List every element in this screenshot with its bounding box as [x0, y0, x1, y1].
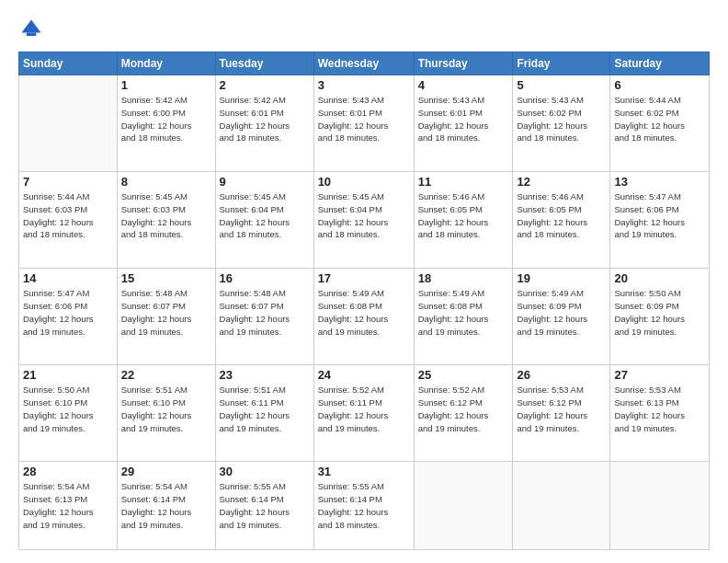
day-number: 27 [614, 368, 705, 382]
calendar-cell: 19Sunrise: 5:49 AM Sunset: 6:09 PM Dayli… [513, 269, 610, 365]
day-info: Sunrise: 5:49 AM Sunset: 6:09 PM Dayligh… [517, 287, 606, 338]
day-number: 17 [318, 271, 410, 285]
calendar-cell: 28Sunrise: 5:54 AM Sunset: 6:13 PM Dayli… [19, 462, 118, 550]
day-info: Sunrise: 5:55 AM Sunset: 6:14 PM Dayligh… [318, 480, 410, 531]
calendar-cell: 15Sunrise: 5:48 AM Sunset: 6:07 PM Dayli… [117, 269, 215, 365]
day-info: Sunrise: 5:47 AM Sunset: 6:06 PM Dayligh… [23, 287, 113, 338]
day-info: Sunrise: 5:55 AM Sunset: 6:14 PM Dayligh… [220, 480, 310, 531]
day-number: 7 [23, 175, 113, 189]
day-info: Sunrise: 5:43 AM Sunset: 6:01 PM Dayligh… [418, 94, 509, 144]
day-info: Sunrise: 5:54 AM Sunset: 6:13 PM Dayligh… [23, 480, 113, 531]
page: Sunday Monday Tuesday Wednesday Thursday… [0, 0, 728, 563]
day-number: 19 [517, 271, 606, 285]
day-number: 3 [318, 78, 410, 92]
logo-icon [18, 17, 44, 42]
day-number: 8 [121, 175, 211, 189]
calendar-cell: 27Sunrise: 5:53 AM Sunset: 6:13 PM Dayli… [610, 365, 710, 462]
calendar-week-4: 21Sunrise: 5:50 AM Sunset: 6:10 PM Dayli… [19, 365, 710, 462]
day-info: Sunrise: 5:51 AM Sunset: 6:11 PM Dayligh… [220, 384, 310, 434]
day-info: Sunrise: 5:49 AM Sunset: 6:08 PM Dayligh… [418, 287, 509, 338]
day-number: 16 [220, 271, 310, 285]
calendar-cell: 23Sunrise: 5:51 AM Sunset: 6:11 PM Dayli… [215, 365, 313, 462]
day-info: Sunrise: 5:53 AM Sunset: 6:12 PM Dayligh… [517, 384, 606, 434]
calendar-cell: 20Sunrise: 5:50 AM Sunset: 6:09 PM Dayli… [610, 269, 710, 365]
calendar-cell: 13Sunrise: 5:47 AM Sunset: 6:06 PM Dayli… [610, 172, 710, 269]
calendar-header-row: Sunday Monday Tuesday Wednesday Thursday… [19, 52, 710, 75]
day-number: 1 [121, 78, 211, 92]
day-info: Sunrise: 5:48 AM Sunset: 6:07 PM Dayligh… [220, 287, 310, 338]
calendar-cell: 25Sunrise: 5:52 AM Sunset: 6:12 PM Dayli… [414, 365, 513, 462]
day-info: Sunrise: 5:46 AM Sunset: 6:05 PM Dayligh… [517, 190, 606, 241]
calendar-cell: 24Sunrise: 5:52 AM Sunset: 6:11 PM Dayli… [313, 365, 414, 462]
day-info: Sunrise: 5:51 AM Sunset: 6:10 PM Dayligh… [121, 384, 211, 434]
calendar-cell: 22Sunrise: 5:51 AM Sunset: 6:10 PM Dayli… [117, 365, 215, 462]
day-number: 23 [220, 368, 310, 382]
calendar-cell: 18Sunrise: 5:49 AM Sunset: 6:08 PM Dayli… [414, 269, 513, 365]
calendar-cell: 11Sunrise: 5:46 AM Sunset: 6:05 PM Dayli… [414, 172, 513, 269]
day-info: Sunrise: 5:52 AM Sunset: 6:11 PM Dayligh… [318, 384, 410, 434]
day-number: 6 [614, 78, 705, 92]
day-number: 29 [121, 465, 211, 478]
calendar-week-2: 7Sunrise: 5:44 AM Sunset: 6:03 PM Daylig… [19, 172, 710, 269]
calendar-cell: 2Sunrise: 5:42 AM Sunset: 6:01 PM Daylig… [215, 75, 313, 172]
calendar-cell [414, 462, 513, 550]
calendar-cell: 14Sunrise: 5:47 AM Sunset: 6:06 PM Dayli… [19, 269, 118, 365]
day-info: Sunrise: 5:53 AM Sunset: 6:13 PM Dayligh… [614, 384, 705, 434]
day-number: 18 [418, 271, 509, 285]
day-info: Sunrise: 5:45 AM Sunset: 6:04 PM Dayligh… [318, 190, 410, 241]
day-info: Sunrise: 5:50 AM Sunset: 6:10 PM Dayligh… [23, 384, 113, 434]
day-info: Sunrise: 5:50 AM Sunset: 6:09 PM Dayligh… [614, 287, 705, 338]
calendar-cell: 21Sunrise: 5:50 AM Sunset: 6:10 PM Dayli… [19, 365, 118, 462]
day-info: Sunrise: 5:48 AM Sunset: 6:07 PM Dayligh… [121, 287, 211, 338]
day-info: Sunrise: 5:49 AM Sunset: 6:08 PM Dayligh… [318, 287, 410, 338]
day-number: 30 [220, 465, 310, 478]
day-number: 28 [23, 465, 113, 478]
calendar-week-3: 14Sunrise: 5:47 AM Sunset: 6:06 PM Dayli… [19, 269, 710, 365]
calendar-cell: 16Sunrise: 5:48 AM Sunset: 6:07 PM Dayli… [215, 269, 313, 365]
day-number: 5 [517, 78, 606, 92]
calendar-cell: 1Sunrise: 5:42 AM Sunset: 6:00 PM Daylig… [117, 75, 215, 172]
calendar-cell: 6Sunrise: 5:44 AM Sunset: 6:02 PM Daylig… [610, 75, 710, 172]
day-number: 11 [418, 175, 509, 189]
calendar-table: Sunday Monday Tuesday Wednesday Thursday… [18, 52, 710, 550]
calendar-cell: 17Sunrise: 5:49 AM Sunset: 6:08 PM Dayli… [313, 269, 414, 365]
day-info: Sunrise: 5:52 AM Sunset: 6:12 PM Dayligh… [418, 384, 509, 434]
col-friday: Friday [513, 52, 610, 75]
calendar-cell: 12Sunrise: 5:46 AM Sunset: 6:05 PM Dayli… [513, 172, 610, 269]
calendar-cell: 26Sunrise: 5:53 AM Sunset: 6:12 PM Dayli… [513, 365, 610, 462]
calendar-cell [513, 462, 610, 550]
col-saturday: Saturday [610, 52, 710, 75]
day-number: 22 [121, 368, 211, 382]
day-number: 15 [121, 271, 211, 285]
day-number: 10 [318, 175, 410, 189]
col-sunday: Sunday [19, 52, 118, 75]
day-number: 9 [220, 175, 310, 189]
day-info: Sunrise: 5:44 AM Sunset: 6:02 PM Dayligh… [614, 94, 705, 144]
day-number: 12 [517, 175, 606, 189]
calendar-cell: 10Sunrise: 5:45 AM Sunset: 6:04 PM Dayli… [313, 172, 414, 269]
day-info: Sunrise: 5:42 AM Sunset: 6:00 PM Dayligh… [121, 94, 211, 144]
calendar-cell: 9Sunrise: 5:45 AM Sunset: 6:04 PM Daylig… [215, 172, 313, 269]
svg-rect-1 [27, 33, 37, 37]
day-info: Sunrise: 5:45 AM Sunset: 6:04 PM Dayligh… [220, 190, 310, 241]
day-info: Sunrise: 5:43 AM Sunset: 6:02 PM Dayligh… [517, 94, 606, 144]
day-info: Sunrise: 5:45 AM Sunset: 6:03 PM Dayligh… [121, 190, 211, 241]
day-info: Sunrise: 5:54 AM Sunset: 6:14 PM Dayligh… [121, 480, 211, 531]
calendar-cell [19, 75, 118, 172]
svg-marker-0 [22, 20, 41, 33]
calendar-cell: 5Sunrise: 5:43 AM Sunset: 6:02 PM Daylig… [513, 75, 610, 172]
day-number: 24 [318, 368, 410, 382]
calendar-cell [610, 462, 710, 550]
calendar-cell: 8Sunrise: 5:45 AM Sunset: 6:03 PM Daylig… [117, 172, 215, 269]
col-monday: Monday [117, 52, 215, 75]
day-number: 2 [220, 78, 310, 92]
day-number: 26 [517, 368, 606, 382]
day-number: 4 [418, 78, 509, 92]
calendar-week-5: 28Sunrise: 5:54 AM Sunset: 6:13 PM Dayli… [19, 462, 710, 550]
col-tuesday: Tuesday [215, 52, 313, 75]
calendar-cell: 3Sunrise: 5:43 AM Sunset: 6:01 PM Daylig… [313, 75, 414, 172]
calendar-cell: 30Sunrise: 5:55 AM Sunset: 6:14 PM Dayli… [215, 462, 313, 550]
calendar-cell: 31Sunrise: 5:55 AM Sunset: 6:14 PM Dayli… [313, 462, 414, 550]
day-number: 13 [614, 175, 705, 189]
calendar-cell: 4Sunrise: 5:43 AM Sunset: 6:01 PM Daylig… [414, 75, 513, 172]
